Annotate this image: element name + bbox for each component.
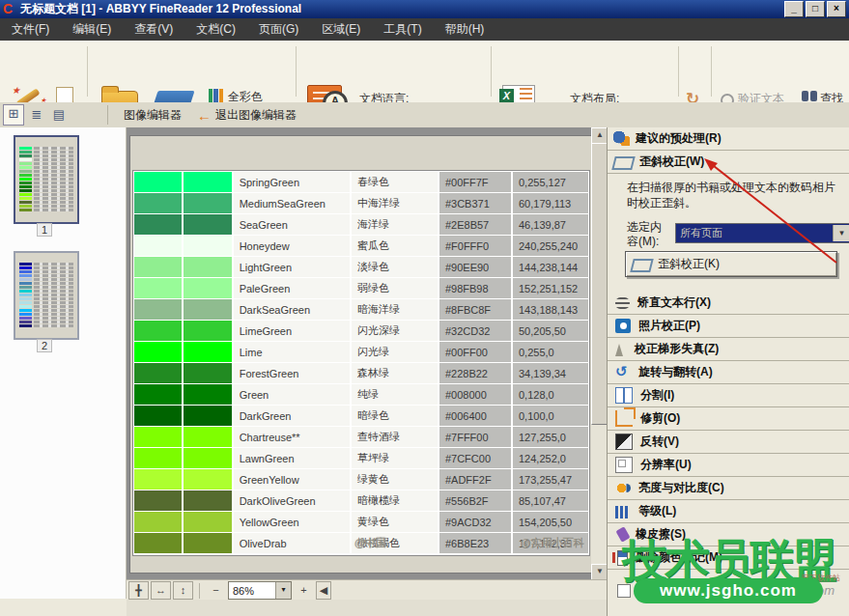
color-name-cn: 绿黄色 xyxy=(352,469,438,490)
color-rgb: 143,188,143 xyxy=(513,299,588,320)
color-rgb: 173,255,47 xyxy=(513,469,588,490)
menu-item[interactable]: 文件(F) xyxy=(0,18,61,41)
brightness-icon xyxy=(615,481,631,495)
color-swatch xyxy=(134,299,182,320)
maximize-button[interactable]: □ xyxy=(806,1,825,17)
tool-row[interactable]: 分辨率(U) xyxy=(608,454,849,477)
color-hex: #98FB98 xyxy=(439,278,511,298)
color-rgb: 0,128,0 xyxy=(513,384,588,405)
tool-row[interactable]: 矫直文本行(X) xyxy=(608,292,849,315)
window-title: 无标题文档 [1] - ABBYY FineReader 12 Professi… xyxy=(20,1,301,17)
tool-row[interactable]: ↺ 旋转与翻转(A) xyxy=(608,361,849,384)
zoom-out-button[interactable]: − xyxy=(206,581,226,600)
color-name-cn: 森林绿 xyxy=(352,363,438,383)
color-name-en: YellowGreen xyxy=(234,512,350,532)
tool-row[interactable]: 反转(V) xyxy=(608,431,849,454)
color-hex: #ADFF2F xyxy=(439,469,511,490)
color-name-cn: 海洋绿 xyxy=(352,214,438,235)
minimize-button[interactable]: _ xyxy=(784,1,804,17)
color-rgb: 0,100,0 xyxy=(513,406,588,426)
fit-width-button[interactable]: ↔ xyxy=(151,581,171,600)
color-swatch xyxy=(184,363,231,383)
color-name-cn: 纯绿 xyxy=(352,384,438,405)
fit-height-button[interactable]: ↕ xyxy=(173,581,193,600)
deskew-section-header[interactable]: 歪斜校正(W) xyxy=(608,151,849,174)
color-swatch xyxy=(184,490,231,511)
color-name-en: MediumSeaGreen xyxy=(234,193,350,213)
tool-row[interactable]: 修剪(O) xyxy=(608,407,849,431)
close-button[interactable]: × xyxy=(827,1,846,17)
fit-page-button[interactable]: ╋ xyxy=(128,581,149,600)
color-swatch xyxy=(184,193,231,213)
table-row: LawnGreen 草坪绿 #7CFC00 124,252,0 xyxy=(134,448,588,468)
resolution-icon xyxy=(615,457,633,473)
table-row: DarkGreen 暗绿色 #006400 0,100,0 xyxy=(134,406,588,426)
color-name-en: OliveDrab xyxy=(234,533,350,553)
selection-combo[interactable]: 所有页面 ▾ xyxy=(675,223,849,243)
vertical-scrollbar[interactable]: ▲ ▼ xyxy=(591,127,607,579)
color-rgb: 50,205,50 xyxy=(513,321,588,341)
image-editor-canvas[interactable]: SpringGreen 春绿色 #00FF7F 0,255,127 Medium… xyxy=(127,127,607,579)
color-name-en: Honeydew xyxy=(234,236,350,256)
color-name-cn: 春绿色 xyxy=(352,172,438,192)
table-row: Green 纯绿 #008000 0,128,0 xyxy=(134,384,588,405)
color-rgb: 60,179,113 xyxy=(513,193,588,213)
page-thumbnail-1[interactable] xyxy=(14,135,79,224)
table-row: Lime 闪光绿 #00FF00 0,255,0 xyxy=(134,342,588,362)
table-row: PaleGreen 弱绿色 #98FB98 152,251,152 xyxy=(134,278,588,298)
color-swatch xyxy=(134,321,182,341)
zoom-level-combo[interactable]: 86% ▾ xyxy=(228,581,292,600)
color-swatch xyxy=(184,384,231,405)
find-icon xyxy=(802,91,817,101)
color-swatch xyxy=(134,193,182,213)
scanned-page: SpringGreen 春绿色 #00FF7F 0,255,127 Medium… xyxy=(129,135,592,574)
color-name-en: Lime xyxy=(234,342,350,362)
color-swatch xyxy=(134,406,182,426)
color-hex: #6B8E23 xyxy=(439,533,511,553)
color-hex: #32CD32 xyxy=(439,321,511,341)
list-view-button[interactable]: ≣ xyxy=(27,105,46,125)
straighten-lines-icon xyxy=(615,297,630,309)
collapse-button[interactable]: ◀ xyxy=(316,581,331,600)
tool-label: 修剪(O) xyxy=(640,410,680,427)
page-thumbnail-2[interactable] xyxy=(14,251,79,340)
zoom-in-button[interactable]: + xyxy=(294,581,314,600)
menu-item[interactable]: 文档(C) xyxy=(184,18,247,41)
chevron-down-icon[interactable]: ▾ xyxy=(275,582,291,599)
tool-row[interactable]: 照片校正(P) xyxy=(608,315,849,338)
color-rgb: 144,238,144 xyxy=(513,257,588,277)
menu-item[interactable]: 帮助(H) xyxy=(434,18,496,41)
deskew-button[interactable]: 歪斜校正(K) xyxy=(625,251,837,277)
exit-image-editor-label: 退出图像编辑器 xyxy=(215,107,297,124)
suggested-preprocessing-section[interactable]: 建议的预处理(R) xyxy=(608,127,849,151)
color-name-cn: 闪光绿 xyxy=(352,342,438,362)
menu-item[interactable]: 查看(V) xyxy=(123,18,184,41)
tool-label: 反转(V) xyxy=(640,434,679,450)
page-options-button[interactable]: ▤ xyxy=(49,105,69,125)
color-name-en: LimeGreen xyxy=(234,321,350,341)
menu-item[interactable]: 编辑(E) xyxy=(61,18,123,41)
image-editor-title: 图像编辑器 xyxy=(124,107,182,124)
tool-row[interactable]: 等级(L) xyxy=(608,500,849,523)
menu-item[interactable]: 页面(G) xyxy=(247,18,310,41)
table-row: OliveDrab 橄榄褐色 #6B8E23 107,142,35 @中国 @实… xyxy=(134,533,588,553)
tool-row[interactable]: 分割(I) xyxy=(608,384,849,407)
exit-image-editor-button[interactable]: ← 退出图像编辑器 xyxy=(197,107,297,124)
menu-item[interactable]: 区域(E) xyxy=(310,18,372,41)
color-rgb: 124,252,0 xyxy=(513,448,588,468)
tool-row[interactable]: 亮度与对比度(C) xyxy=(608,477,849,500)
tool-label: 照片校正(P) xyxy=(638,318,700,334)
color-rgb: 46,139,87 xyxy=(513,214,588,235)
color-hex: #3CB371 xyxy=(439,193,511,213)
tool-row[interactable]: 校正梯形失真(Z) xyxy=(608,338,849,361)
color-hex: #00FF7F xyxy=(439,172,511,192)
color-name-en: GreenYellow xyxy=(234,469,350,490)
color-swatch xyxy=(134,427,182,447)
color-name-en: Chartreuse** xyxy=(234,427,350,447)
chevron-down-icon[interactable]: ▾ xyxy=(833,225,849,241)
grid-view-button[interactable]: ⊞ xyxy=(3,104,24,126)
menu-bar: 文件(F)编辑(E)查看(V)文档(C)页面(G)区域(E)工具(T)帮助(H) xyxy=(0,18,849,41)
menu-item[interactable]: 工具(T) xyxy=(372,18,433,41)
color-swatch xyxy=(134,236,182,256)
color-hex: #90EE90 xyxy=(439,257,511,277)
